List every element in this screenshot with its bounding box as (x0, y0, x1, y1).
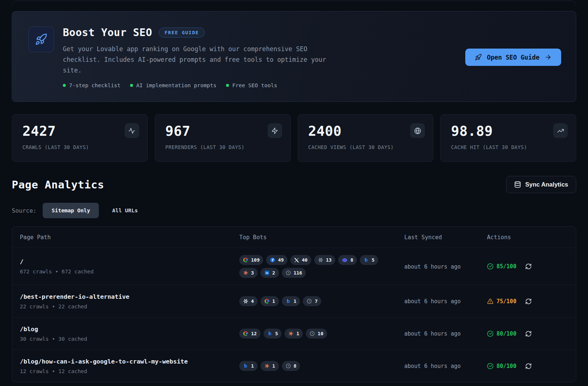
green-dot-icon (226, 84, 229, 87)
bot-pill-bing: b 1 (239, 361, 258, 371)
refresh-icon (525, 298, 532, 305)
bot-pill-google: 1 (261, 296, 279, 306)
last-synced-text: about 6 hours ago (404, 263, 461, 270)
page-analytics-title: Page Analytics (12, 178, 104, 191)
feature-item: AI implementation prompts (130, 82, 216, 88)
crawl-stats: 30 crawls • 30 cached (20, 336, 239, 342)
sync-analytics-button[interactable]: Sync Analytics (506, 176, 576, 193)
table-row[interactable]: /blog/how-can-i-ask-google-to-crawl-my-w… (12, 350, 576, 382)
stat-card: 2400 CACHED VIEWS (LAST 30 DAYS) (298, 114, 434, 162)
claude-icon (264, 363, 270, 369)
open-seo-guide-button[interactable]: Open SEO Guide (465, 49, 561, 66)
free-guide-badge: FREE GUIDE (159, 28, 205, 38)
bot-pills: b 1 1 ? 8 (239, 361, 397, 371)
refresh-button[interactable] (525, 363, 532, 369)
refresh-icon (525, 263, 532, 270)
seo-score: 85/100 (487, 263, 516, 270)
x-icon (294, 258, 299, 263)
stat-label: PRERENDERS (LAST 30 DAYS) (165, 144, 282, 150)
col-header-page-path: Page Path (12, 234, 239, 241)
zap-icon (268, 123, 282, 138)
source-options: Sitemap OnlyAll URLs (43, 203, 147, 218)
check-circle-icon (487, 363, 494, 369)
stat-cards: 2427 CRAWLS (LAST 30 DAYS) 967 PRERENDER… (12, 114, 576, 162)
source-toggle-row: Source: Sitemap OnlyAll URLs (12, 203, 576, 218)
openai-light-icon (243, 298, 248, 304)
bot-pill-bing: b 5 (360, 255, 378, 265)
svg-text:b: b (365, 258, 368, 263)
page-path: /blog/how-can-i-ask-google-to-crawl-my-w… (20, 358, 239, 365)
banner-description: Get your Lovable app ranking on Google w… (63, 44, 337, 76)
seo-dashboard-page: Boost Your SEO FREE GUIDE Get your Lovab… (0, 11, 588, 382)
stat-label: CACHE HIT (LAST 30 DAYS) (451, 144, 568, 150)
svg-text:b: b (244, 364, 247, 369)
refresh-icon (525, 330, 532, 337)
unknown-icon: ? (309, 331, 315, 336)
bot-pill-bing: b 5 (263, 329, 282, 339)
bing-icon: b (243, 363, 248, 369)
refresh-button[interactable] (525, 330, 532, 337)
bot-pill-google: 12 (239, 329, 261, 339)
last-synced-text: about 6 hours ago (404, 298, 461, 305)
page-path: /best-prerender-io-alternative (20, 293, 239, 300)
bot-pill-claude: 3 (239, 268, 258, 278)
table-header-row: Page Path Top Bots Last Synced Actions (12, 227, 576, 248)
seo-guide-banner: Boost Your SEO FREE GUIDE Get your Lovab… (12, 11, 576, 102)
stat-value: 967 (165, 123, 282, 139)
bing-icon: b (267, 331, 273, 336)
globe-icon (410, 123, 425, 138)
google-icon (243, 257, 248, 263)
crawl-stats: 12 crawls • 12 cached (20, 368, 239, 374)
col-header-last-synced: Last Synced (404, 234, 487, 241)
crawl-stats: 672 crawls • 672 cached (20, 269, 239, 275)
page-analytics-table: Page Path Top Bots Last Synced Actions /… (12, 226, 576, 382)
source-option-all-urls[interactable]: All URLs (103, 203, 147, 218)
facebook-icon: f (270, 257, 275, 263)
check-circle-icon (487, 330, 494, 337)
last-synced-text: about 6 hours ago (404, 330, 461, 337)
bot-pill-unknown: ? 10 (306, 329, 327, 339)
stat-value: 98.89 (451, 123, 568, 139)
claude-icon (243, 270, 248, 276)
svg-text:b: b (268, 331, 272, 336)
last-synced-text: about 6 hours ago (404, 363, 461, 369)
refresh-icon (525, 363, 532, 369)
table-row[interactable]: /best-prerender-io-alternative 22 crawls… (12, 285, 576, 317)
unknown-icon: ? (286, 363, 291, 369)
bot-pill-google: 109 (239, 255, 263, 265)
claude-icon (288, 331, 294, 336)
stat-label: CACHED VIEWS (LAST 30 DAYS) (308, 144, 425, 150)
green-dot-icon (130, 84, 133, 87)
col-header-top-bots: Top Bots (239, 234, 404, 241)
activity-icon (125, 123, 139, 138)
linkedin-icon: in (264, 270, 270, 276)
table-row[interactable]: /blog 30 crawls • 30 cached 12 b 5 1 ? 1… (12, 317, 576, 350)
stat-card: 2427 CRAWLS (LAST 30 DAYS) (12, 114, 148, 162)
bot-pill-facebook: f 49 (266, 255, 287, 265)
crawl-stats: 22 crawls • 22 cached (20, 304, 239, 309)
refresh-button[interactable] (525, 298, 532, 305)
rocket-icon (475, 54, 482, 61)
google-icon (264, 298, 270, 304)
svg-text:b: b (287, 299, 290, 304)
banner-title: Boost Your SEO (63, 26, 152, 39)
bot-pill-unknown: ? 8 (282, 361, 300, 371)
feature-item: Free SEO tools (226, 82, 277, 88)
bot-pill-claude: 1 (284, 329, 303, 339)
database-icon (514, 181, 521, 188)
trending-up-icon (553, 123, 568, 138)
svg-text:?: ? (312, 332, 313, 335)
bot-pill-bing: b 1 (282, 296, 300, 306)
table-row[interactable]: / 672 crawls • 672 cached 109 f 49 40 13… (12, 248, 576, 285)
bing-icon: b (363, 257, 369, 263)
unknown-icon: ? (306, 298, 312, 304)
arrow-right-icon (545, 54, 552, 61)
stat-label: CRAWLS (LAST 30 DAYS) (22, 144, 139, 150)
svg-text:?: ? (309, 300, 310, 303)
feature-item: 7-step checklist (63, 82, 121, 88)
refresh-button[interactable] (525, 263, 532, 270)
stat-card: 967 PRERENDERS (LAST 30 DAYS) (155, 114, 291, 162)
source-option-sitemap-only[interactable]: Sitemap Only (43, 203, 99, 218)
bot-pill-linkedin: in 2 (261, 268, 279, 278)
bot-pills: 4 1 b 1 ? 7 (239, 296, 397, 306)
